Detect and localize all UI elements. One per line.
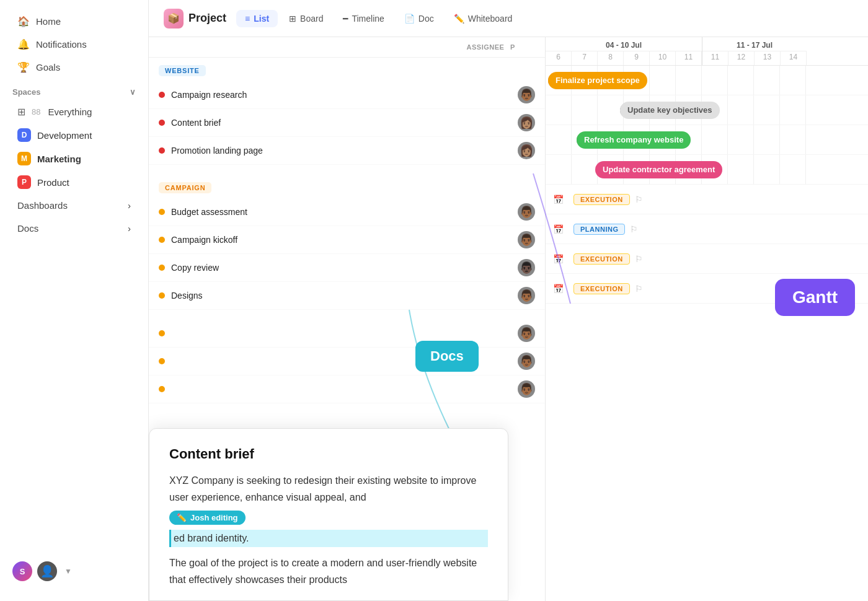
task-name: Content brief bbox=[171, 118, 518, 128]
gantt-bar-update[interactable]: Update key objectives bbox=[620, 102, 720, 119]
product-badge: P bbox=[17, 175, 31, 189]
timeline-icon: ━ bbox=[343, 14, 348, 24]
gantt-day: 6 bbox=[546, 51, 572, 65]
whiteboard-icon: ✏️ bbox=[454, 14, 464, 24]
development-badge: D bbox=[17, 128, 31, 142]
status-badge: EXECUTION bbox=[574, 194, 630, 205]
table-row[interactable]: 👨🏾 bbox=[149, 348, 545, 375]
priority-dot bbox=[159, 330, 165, 336]
tab-whiteboard[interactable]: ✏️ Whiteboard bbox=[445, 10, 521, 27]
gantt-bar-label: Update contractor agreement bbox=[603, 165, 715, 174]
chevron-right-icon-2: › bbox=[128, 223, 131, 234]
avatar-chevron[interactable]: ▼ bbox=[64, 567, 72, 576]
sidebar-goals-label: Goals bbox=[36, 62, 60, 72]
status-badge: PLANNING bbox=[574, 224, 625, 235]
gantt-bar-label: Finalize project scope bbox=[556, 76, 640, 85]
task-name: Campaign research bbox=[171, 90, 518, 100]
sidebar-item-development[interactable]: D Development bbox=[5, 123, 143, 147]
sidebar-item-product[interactable]: P Product bbox=[5, 170, 143, 194]
priority-dot bbox=[159, 358, 165, 364]
table-row[interactable]: 👨🏾 bbox=[149, 375, 545, 403]
sidebar-item-notifications[interactable]: 🔔 Notifications bbox=[5, 33, 143, 56]
status-badge: EXECUTION bbox=[574, 283, 630, 294]
gantt-bars-container: 👨🏾 Finalize project scope bbox=[546, 66, 868, 601]
docs-label: Docs bbox=[17, 223, 38, 234]
board-icon: ⊞ bbox=[289, 14, 296, 24]
avatar-s[interactable]: S bbox=[12, 561, 32, 581]
spaces-section[interactable]: Spaces ∨ bbox=[0, 79, 148, 100]
gantt-header: 04 - 10 Jul 6 7 8 9 10 11 11 - 17 Jul 11… bbox=[546, 37, 868, 66]
gantt-day: 9 bbox=[624, 51, 650, 65]
sidebar: 🏠 Home 🔔 Notifications 🏆 Goals Spaces ∨ … bbox=[0, 0, 149, 601]
gantt-bar-label: Refresh company website bbox=[584, 135, 683, 144]
bell-icon: 🔔 bbox=[17, 38, 30, 50]
josh-editing-label: Josh editing bbox=[190, 513, 238, 522]
product-label: Product bbox=[37, 177, 69, 188]
task-name: Campaign kickoff bbox=[171, 235, 518, 245]
assignee-avatar: 👨🏾 bbox=[518, 380, 535, 398]
sidebar-item-docs[interactable]: Docs › bbox=[5, 217, 143, 240]
tab-list[interactable]: ≡ List bbox=[236, 10, 278, 27]
spaces-label: Spaces bbox=[12, 87, 41, 97]
task-name: Copy review bbox=[171, 263, 518, 273]
gantt-day: 12 bbox=[728, 51, 755, 65]
gantt-row: 📅 EXECUTION ⚐ bbox=[546, 244, 868, 274]
calendar-icon: 📅 bbox=[553, 284, 564, 294]
col-priority-header: P bbox=[510, 43, 535, 51]
gantt-day: 11 bbox=[702, 51, 728, 65]
table-row[interactable]: Content brief 👩🏽 bbox=[149, 109, 545, 137]
avatar-j[interactable]: 👤 bbox=[37, 561, 57, 581]
flag-icon: ⚐ bbox=[635, 284, 643, 294]
sidebar-notifications-label: Notifications bbox=[36, 39, 87, 50]
status-badge: EXECUTION bbox=[574, 253, 630, 265]
home-icon: 🏠 bbox=[17, 15, 30, 27]
assignee-avatar: 👨🏾 bbox=[518, 203, 535, 221]
project-title: Project bbox=[188, 12, 226, 25]
gantt-bar-refresh[interactable]: Refresh company website bbox=[577, 131, 691, 149]
gantt-row: 📅 EXECUTION ⚐ bbox=[546, 185, 868, 214]
task-name: Promotion landing page bbox=[171, 146, 518, 156]
table-row[interactable]: Designs 👨🏾 bbox=[149, 282, 545, 310]
tab-timeline[interactable]: ━ Timeline bbox=[334, 10, 392, 27]
josh-editing-badge: ✏️ Josh editing bbox=[169, 511, 246, 525]
app-header: 📦 Project ≡ List ⊞ Board ━ Timeline 📄 Do… bbox=[149, 0, 868, 37]
sidebar-item-marketing[interactable]: M Marketing bbox=[5, 147, 143, 170]
sidebar-item-everything[interactable]: ⊞ 88 Everything bbox=[5, 100, 143, 123]
tab-doc-label: Doc bbox=[418, 14, 434, 24]
chevron-right-icon: › bbox=[128, 200, 131, 211]
sidebar-item-goals[interactable]: 🏆 Goals bbox=[5, 56, 143, 79]
website-badge: WEBSITE bbox=[159, 65, 206, 76]
sidebar-everything-label: Everything bbox=[48, 107, 92, 117]
sidebar-item-dashboards[interactable]: Dashboards › bbox=[5, 194, 143, 217]
sidebar-item-home[interactable]: 🏠 Home bbox=[5, 10, 143, 33]
gantt-day: 14 bbox=[781, 51, 807, 65]
gantt-day: 13 bbox=[755, 51, 781, 65]
gantt-bar-contractor[interactable]: Update contractor agreement bbox=[595, 161, 722, 178]
table-row[interactable]: Copy review 👨🏿 bbox=[149, 254, 545, 282]
docs-title: Content brief bbox=[169, 446, 488, 462]
project-icon: 📦 bbox=[164, 9, 184, 29]
doc-icon: 📄 bbox=[404, 14, 415, 24]
gantt-bar-finalize[interactable]: Finalize project scope bbox=[548, 72, 647, 89]
gantt-row: 👨🏾 Finalize project scope bbox=[546, 66, 868, 95]
table-row[interactable]: Campaign kickoff 👨🏾 bbox=[149, 226, 545, 254]
table-row[interactable]: Budget assessment 👨🏾 bbox=[149, 198, 545, 226]
gantt-day: 7 bbox=[572, 51, 598, 65]
flag-icon: ⚐ bbox=[630, 224, 638, 234]
table-row[interactable]: Promotion landing page 👩🏽 bbox=[149, 137, 545, 165]
gantt-panel: 04 - 10 Jul 6 7 8 9 10 11 11 - 17 Jul 11… bbox=[546, 37, 868, 601]
gantt-row: 📅 PLANNING ⚐ bbox=[546, 214, 868, 244]
tab-board[interactable]: ⊞ Board bbox=[280, 10, 332, 27]
gantt-row: 👩🏽 Update key objectives bbox=[546, 95, 868, 125]
gantt-day: 8 bbox=[598, 51, 624, 65]
sidebar-bottom: S 👤 ▼ bbox=[0, 551, 148, 591]
dashboards-label: Dashboards bbox=[17, 200, 68, 211]
docs-body-text: XYZ Company is seeking to redesign their… bbox=[169, 472, 488, 506]
gantt-week-1: 04 - 10 Jul bbox=[546, 37, 702, 51]
tab-doc[interactable]: 📄 Doc bbox=[396, 10, 443, 27]
gantt-bar-label: Update key objectives bbox=[627, 105, 712, 115]
table-row[interactable]: Campaign research 👨🏾 bbox=[149, 81, 545, 109]
assignee-avatar: 👨🏾 bbox=[518, 86, 535, 103]
priority-dot bbox=[159, 292, 165, 299]
table-row[interactable]: 👨🏾 bbox=[149, 320, 545, 348]
